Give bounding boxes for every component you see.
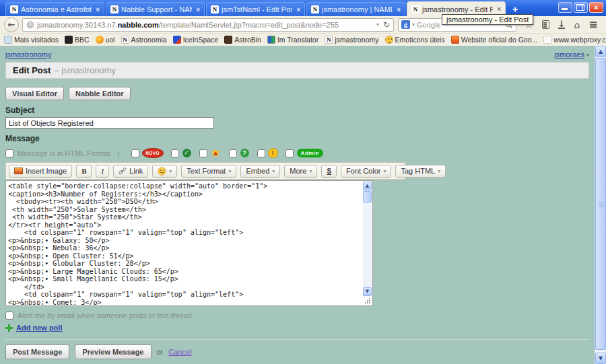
bookmark-uol[interactable]: uol	[96, 36, 115, 44]
user-menu[interactable]: jsmoraes ▾	[554, 50, 589, 59]
divider	[5, 339, 589, 340]
nabble-favicon-icon	[110, 5, 119, 13]
url-text[interactable]: jsmastronomy.30143.n7.nabble.com/templat…	[37, 21, 374, 29]
translator-favicon-icon	[267, 36, 275, 44]
bookmarks-menu-icon[interactable]	[542, 20, 549, 29]
embed-button[interactable]: Embed▾	[240, 165, 280, 178]
bookmark-im-translator[interactable]: Im Translator	[267, 36, 318, 44]
bookmark-astronomia[interactable]: Astronomia	[121, 36, 167, 44]
page-scrollbar[interactable]: ▲ ▼	[595, 46, 606, 364]
resize-grip-icon[interactable]	[363, 297, 372, 305]
bookmark-website-oficial[interactable]: Website oficial do Goo...	[451, 36, 538, 44]
downloads-icon[interactable]: ↓	[558, 20, 566, 29]
bookmark-webproxy[interactable]: www.webproxy.ca	[543, 36, 606, 44]
add-new-poll-link[interactable]: Add new poll	[16, 324, 62, 332]
exclaim-tag-checkbox[interactable]	[257, 149, 265, 157]
burst-tag-checkbox[interactable]	[199, 149, 207, 157]
link-button[interactable]: Link	[113, 165, 148, 178]
more-button[interactable]: More▾	[284, 165, 317, 178]
tab-close-icon[interactable]: ×	[295, 6, 302, 13]
google-engine-icon[interactable]	[401, 20, 410, 29]
bookmark-jsmastronomy[interactable]: jsmastronomy	[325, 36, 378, 44]
most-visited-icon	[4, 36, 12, 44]
novo-tag-checkbox[interactable]	[131, 149, 139, 157]
site-home-link[interactable]: jsmastronomy	[5, 50, 51, 59]
admin-badge-icon: Admin	[297, 149, 323, 157]
font-color-button[interactable]: Font Color▾	[341, 165, 391, 178]
astrobin-favicon-icon	[224, 36, 232, 44]
nabble-editor-button[interactable]: Nabble Editor	[69, 87, 131, 100]
check-circle-icon: ✓	[182, 149, 191, 157]
browser-tab-3[interactable]: jsmTstNaml - Edit Post ×	[206, 2, 305, 16]
tab-close-icon[interactable]: ×	[94, 6, 101, 13]
page-header: Edit Post – jsmastronomy	[5, 62, 589, 79]
admin-tag-checkbox[interactable]	[285, 149, 294, 157]
page-title: Edit Post	[13, 65, 50, 75]
italic-button[interactable]: I	[96, 165, 109, 178]
message-editor-toolbar: Insert Image B I Link ▾ Text Format▾ Emb…	[5, 162, 405, 180]
browser-tab-1[interactable]: Astronomia e Astrofotos - Ob... ×	[5, 2, 104, 16]
check-tag-checkbox[interactable]	[171, 149, 179, 157]
website-favicon-icon	[451, 36, 459, 44]
scrollbar-thumb[interactable]	[595, 58, 606, 350]
url-bar[interactable]: jsmastronomy.30143.n7.nabble.com/templat…	[22, 18, 394, 32]
cancel-link[interactable]: Cancel	[168, 348, 191, 356]
back-button[interactable]	[4, 17, 19, 32]
bookmark-astrobin[interactable]: AstroBin	[224, 36, 261, 44]
post-message-button[interactable]: Post Message	[5, 344, 69, 359]
visual-editor-button[interactable]: Visual Editor	[5, 87, 64, 100]
chevron-down-icon: ▾	[228, 168, 231, 174]
bookmark-emoticons[interactable]: Emoticons úteis	[385, 36, 445, 44]
scroll-down-icon[interactable]: ▼	[363, 287, 372, 296]
tab-close-icon[interactable]: ×	[496, 5, 502, 13]
browser-tab-4[interactable]: jsmastronomy | NAML - editor... ×	[306, 2, 405, 16]
tab-label: Astronomia e Astrofotos - Ob...	[21, 5, 92, 13]
message-textarea[interactable]: <table style="border-collapse:collapse" …	[7, 182, 362, 305]
scroll-up-icon[interactable]: ▲	[363, 182, 372, 190]
tab-label: Nabble Support - NAML Free ...	[121, 5, 192, 13]
chevron-down-icon: ▾	[309, 168, 312, 174]
home-icon[interactable]: ⌂	[574, 20, 580, 30]
url-dropdown-icon[interactable]: ▾	[376, 22, 379, 28]
restore-icon[interactable]	[574, 2, 588, 13]
scrollbar-thumb[interactable]	[363, 191, 372, 203]
minimize-icon[interactable]	[558, 2, 572, 13]
tab-close-icon[interactable]: ×	[395, 6, 402, 13]
question-tag-checkbox[interactable]	[229, 149, 237, 157]
image-icon	[14, 168, 23, 174]
add-icon	[5, 324, 13, 332]
bookmark-most-visited[interactable]: Mais visitados	[4, 36, 59, 44]
insert-image-button[interactable]: Insert Image	[9, 165, 72, 178]
html-format-label: Message is in HTML Format	[18, 149, 110, 157]
search-engine-dropdown-icon[interactable]: ▾	[412, 22, 415, 28]
nabble-edit-post-page: jsmastronomy jsmoraes ▾ Edit Post – jsma…	[0, 46, 595, 364]
preview-message-button[interactable]: Preview Message	[75, 344, 151, 359]
bookmark-bbc[interactable]: BBC	[65, 36, 90, 44]
link-icon	[119, 167, 127, 175]
smiley-icon	[158, 167, 166, 176]
user-link[interactable]: jsmoraes	[554, 50, 584, 59]
burst-a-icon: A	[211, 149, 221, 158]
nabble-favicon-icon	[10, 5, 18, 13]
close-icon[interactable]	[589, 2, 603, 13]
tag-html-button[interactable]: Tag HTML▾	[395, 165, 446, 178]
hamburger-menu-icon[interactable]: ≡	[588, 20, 597, 30]
reload-icon[interactable]: ↻	[383, 20, 390, 30]
tab-close-icon[interactable]: ×	[195, 6, 201, 13]
bold-button[interactable]: B	[76, 165, 92, 178]
uol-favicon-icon	[96, 36, 104, 44]
email-alert-checkbox[interactable]	[5, 312, 13, 320]
scroll-up-icon[interactable]: ▲	[595, 46, 606, 57]
strike-button[interactable]: S	[321, 165, 337, 178]
text-format-button[interactable]: Text Format▾	[181, 165, 236, 178]
subject-input[interactable]	[5, 117, 214, 129]
bookmark-iceinspace[interactable]: IceInSpace	[173, 36, 219, 44]
smiley-picker-button[interactable]: ▾	[152, 165, 177, 178]
html-format-checkbox[interactable]	[5, 149, 13, 157]
browser-tab-2[interactable]: Nabble Support - NAML Free ... ×	[106, 2, 205, 16]
email-alert-label: Alert me by email when someone posts to …	[18, 312, 192, 320]
scroll-down-icon[interactable]: ▼	[595, 353, 606, 364]
nabble-favicon-icon	[325, 36, 333, 44]
textarea-scrollbar[interactable]: ▲ ▼	[363, 182, 372, 296]
chevron-down-icon: ▾	[383, 168, 386, 174]
